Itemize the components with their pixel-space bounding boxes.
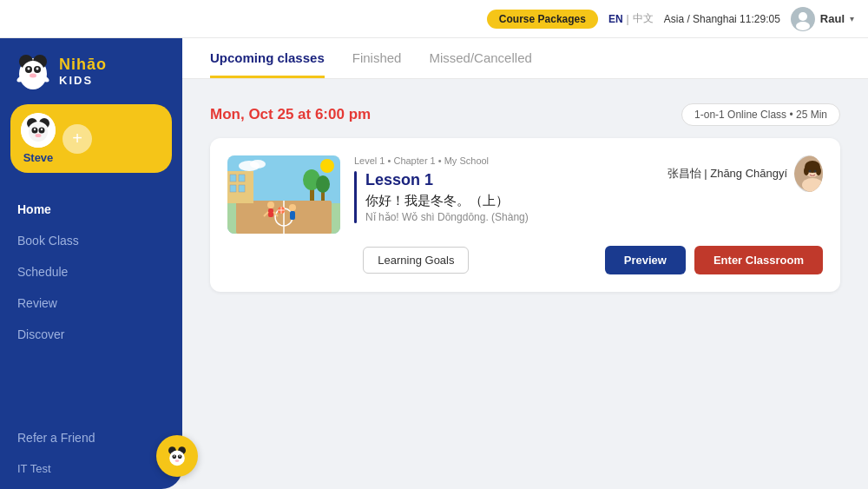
content-area: Upcoming classes Finished Missed/Cancell… xyxy=(182,38,868,489)
floating-panda-icon xyxy=(163,442,191,470)
class-card: Level 1 • Chapter 1 • My School Lesson 1… xyxy=(210,138,840,292)
sidebar-item-review[interactable]: Review xyxy=(0,287,182,319)
svg-point-32 xyxy=(179,455,181,457)
card-actions: Learning Goals Preview Enter Classroom xyxy=(227,246,823,274)
sidebar-item-schedule[interactable]: Schedule xyxy=(0,256,182,287)
nihao-logo-icon xyxy=(14,52,52,90)
sidebar-navigation: Home Book Class Schedule Review Discover xyxy=(0,187,182,422)
user-profile[interactable]: Raul ▾ xyxy=(791,7,854,31)
svg-point-30 xyxy=(175,459,180,462)
svg-point-61 xyxy=(802,178,823,192)
class-date-header: Mon, Oct 25 at 6:00 pm 1-on-1 Online Cla… xyxy=(210,103,840,126)
avatar xyxy=(791,7,815,31)
lesson-info: Level 1 • Chapter 1 • My School Lesson 1… xyxy=(354,155,646,223)
tab-finished[interactable]: Finished xyxy=(352,38,402,78)
lesson-subtitle-zh: 你好！我是冬冬。（上） xyxy=(365,193,529,209)
timezone-display: Asia / Shanghai 11:29:05 xyxy=(664,13,780,25)
teacher-section: 张昌怡 | Zhāng Chāngyí xyxy=(660,155,824,192)
sidebar-item-home[interactable]: Home xyxy=(0,194,182,225)
student-avatar-col: Steve xyxy=(21,113,56,164)
kids-text: KIDS xyxy=(59,74,107,87)
svg-point-41 xyxy=(316,175,330,193)
svg-point-29 xyxy=(178,454,182,459)
svg-point-9 xyxy=(30,74,36,78)
student-avatar xyxy=(21,113,56,148)
lesson-meta: Level 1 • Chapter 1 • My School xyxy=(354,155,646,166)
student-name-label: Steve xyxy=(23,151,54,164)
sidebar: Nihāo KIDS xyxy=(0,38,182,489)
sidebar-it-test[interactable]: IT Test xyxy=(0,453,182,489)
student-panda-icon xyxy=(21,113,56,148)
svg-point-6 xyxy=(22,61,44,83)
svg-point-23 xyxy=(41,129,43,130)
panda-logo-svg xyxy=(14,50,52,93)
nihao-text: Nihāo xyxy=(59,56,107,74)
svg-point-47 xyxy=(267,202,274,208)
tab-missed-cancelled[interactable]: Missed/Cancelled xyxy=(429,38,531,78)
preview-button[interactable]: Preview xyxy=(605,246,686,274)
top-header: Course Packages EN | 中文 Asia / Shanghai … xyxy=(0,0,868,38)
svg-point-18 xyxy=(29,122,48,142)
teacher-avatar-icon xyxy=(794,155,823,192)
lesson-text-block: Lesson 1 你好！我是冬冬。（上） Nǐ hǎo! Wǒ shì Dōng… xyxy=(365,171,529,223)
user-name-label: Raul xyxy=(820,12,845,25)
sidebar-logo: Nihāo KIDS xyxy=(0,38,182,97)
lesson-thumbnail-illustration xyxy=(227,155,340,234)
svg-rect-43 xyxy=(230,175,236,182)
svg-point-27 xyxy=(169,451,185,466)
teacher-info-row: 张昌怡 | Zhāng Chāngyí xyxy=(660,155,824,192)
lesson-title-row: Lesson 1 你好！我是冬冬。（上） Nǐ hǎo! Wǒ shì Dōng… xyxy=(354,171,646,223)
svg-point-1 xyxy=(799,12,807,21)
user-avatar-icon xyxy=(791,7,815,31)
svg-point-31 xyxy=(174,455,175,457)
enter-classroom-button[interactable]: Enter Classroom xyxy=(694,246,823,274)
tab-upcoming-classes[interactable]: Upcoming classes xyxy=(210,38,325,78)
svg-point-21 xyxy=(36,134,42,137)
svg-point-57 xyxy=(250,160,266,169)
class-type-badge: 1-on-1 Online Class • 25 Min xyxy=(681,103,840,126)
lesson-title: Lesson 1 xyxy=(365,171,529,189)
svg-point-58 xyxy=(320,159,334,173)
tabs-bar: Upcoming classes Finished Missed/Cancell… xyxy=(182,38,868,79)
svg-rect-44 xyxy=(239,175,245,182)
class-date-label: Mon, Oct 25 at 6:00 pm xyxy=(210,106,371,123)
teacher-name-label: 张昌怡 | Zhāng Chāngyí xyxy=(660,166,788,182)
language-switcher[interactable]: EN | 中文 xyxy=(608,11,654,26)
add-student-button[interactable]: + xyxy=(62,124,92,154)
svg-point-22 xyxy=(34,129,36,130)
svg-point-11 xyxy=(36,68,39,70)
class-card-inner: Level 1 • Chapter 1 • My School Lesson 1… xyxy=(227,155,823,234)
sidebar-item-book-class[interactable]: Book Class xyxy=(0,225,182,256)
svg-rect-48 xyxy=(268,208,273,217)
svg-point-64 xyxy=(816,167,821,175)
sidebar-item-discover[interactable]: Discover xyxy=(0,319,182,350)
lang-en[interactable]: EN xyxy=(608,13,623,25)
lesson-thumbnail xyxy=(227,155,340,234)
svg-point-51 xyxy=(289,204,296,211)
floating-panda-button[interactable] xyxy=(156,435,198,477)
main-layout: Nihāo KIDS xyxy=(0,38,868,489)
svg-point-66 xyxy=(814,170,817,173)
svg-point-28 xyxy=(172,454,176,459)
svg-point-63 xyxy=(804,167,809,175)
lesson-subtitle-pinyin: Nǐ hǎo! Wǒ shì Dōngdōng. (Shàng) xyxy=(365,211,529,223)
chevron-down-icon: ▾ xyxy=(850,14,854,23)
class-content: Mon, Oct 25 at 6:00 pm 1-on-1 Online Cla… xyxy=(182,79,868,489)
course-packages-button[interactable]: Course Packages xyxy=(487,10,598,29)
student-selector[interactable]: Steve + xyxy=(10,104,172,173)
svg-point-2 xyxy=(796,22,810,30)
action-buttons-group: Preview Enter Classroom xyxy=(605,246,823,274)
lesson-title-border xyxy=(354,171,357,223)
sidebar-refer-friend[interactable]: Refer a Friend xyxy=(0,422,182,453)
teacher-avatar xyxy=(794,155,823,192)
svg-rect-52 xyxy=(290,211,295,220)
svg-rect-46 xyxy=(239,185,245,192)
lang-zh[interactable]: 中文 xyxy=(633,11,654,26)
svg-point-10 xyxy=(28,68,30,70)
svg-rect-45 xyxy=(230,185,236,192)
learning-goals-button[interactable]: Learning Goals xyxy=(363,247,469,274)
svg-point-65 xyxy=(809,170,812,173)
